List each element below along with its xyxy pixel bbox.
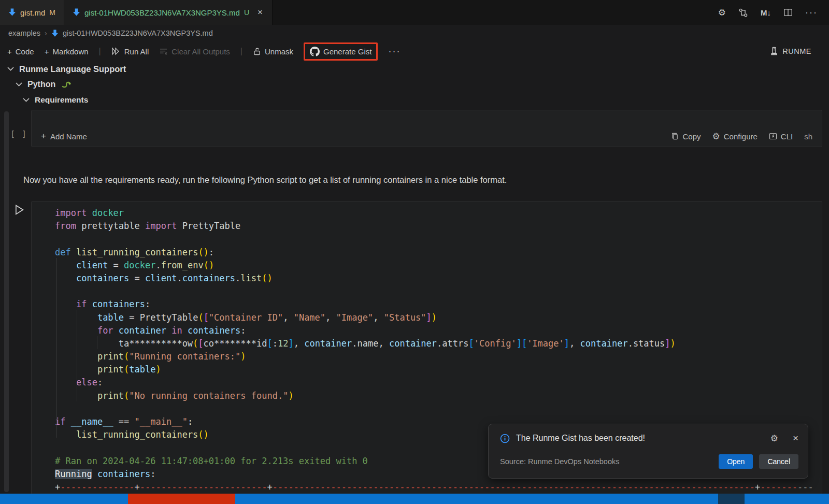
cli-icon [769, 132, 777, 140]
toast-header: The Runme Gist has been created! ⚙ × [500, 433, 798, 444]
runme-panel-label: RUNME [782, 47, 811, 55]
snake-emoji-icon [62, 81, 71, 88]
indent-guide [97, 336, 97, 349]
code-line: print(table) [55, 363, 822, 376]
unlock-icon [253, 47, 261, 56]
generate-gist-button[interactable]: Generate Gist [304, 42, 378, 61]
open-button[interactable]: Open [719, 454, 753, 469]
statusbar-segment[interactable] [718, 494, 745, 504]
statusbar-segment[interactable] [235, 494, 718, 504]
notification-toast: The Runme Gist has been created! ⚙ × Sou… [488, 424, 808, 479]
cell-actions: Copy ⚙ Configure CLI sh [671, 132, 812, 141]
markdown-paragraph: Now you have all the requirements ready,… [23, 174, 801, 186]
generate-gist-label: Generate Gist [323, 47, 371, 56]
runme-file-icon [73, 8, 80, 17]
plus-icon: + [41, 131, 46, 141]
split-editor-icon[interactable] [783, 8, 793, 17]
copy-icon [671, 132, 679, 140]
code-line: print("No running containers found.") [55, 390, 822, 402]
indent-guide [77, 310, 77, 401]
unmask-button[interactable]: Unmask [253, 47, 293, 56]
code-line: if containers: [55, 298, 822, 311]
tab-filename: gist.md [20, 8, 45, 17]
code-line: table = PrettyTable(["Container ID", "Na… [55, 311, 822, 324]
clear-all-outputs-button: Clear All Outputs [159, 47, 230, 56]
section-python: Python [16, 77, 71, 92]
code-line: from prettytable import PrettyTable [55, 220, 822, 233]
toast-source: Source: Runme DevOps Notebooks [500, 457, 712, 466]
toolbar-more-icon[interactable]: ··· [388, 46, 401, 57]
copy-button[interactable]: Copy [671, 132, 701, 141]
requirements-cell-bottom: + Add Name Copy ⚙ Configure [31, 110, 822, 147]
tab-filename: gist-01HWD053BZ23JN6VA7X3NGP3YS.md [84, 8, 240, 17]
cli-button[interactable]: CLI [769, 132, 793, 141]
toast-footer: Source: Runme DevOps Notebooks Open Canc… [500, 454, 798, 469]
code-line: containers = client.containers.list() [55, 272, 822, 285]
tab-untracked-badge: U [244, 8, 249, 17]
tab-modified-badge: M [49, 8, 55, 17]
cell-focus-bar [4, 111, 9, 492]
add-markdown-cell-button[interactable]: + Markdown [45, 47, 89, 56]
info-icon [500, 434, 510, 443]
add-code-label: Code [16, 47, 34, 56]
add-name-button[interactable]: + Add Name [41, 131, 87, 141]
heading-label: Python [27, 80, 55, 89]
configure-label: Configure [724, 132, 757, 141]
code-line: else: [55, 376, 822, 389]
cancel-button[interactable]: Cancel [759, 454, 798, 469]
configure-button[interactable]: ⚙ Configure [712, 132, 757, 141]
breadcrumb: examples › gist-01HWD053BZ23JN6VA7X3NGP3… [0, 25, 829, 41]
add-name-label: Add Name [50, 132, 87, 141]
chevron-down-icon[interactable] [23, 98, 30, 102]
editor-tab-bar: gist.md M gist-01HWD053BZ23JN6VA7X3NGP3Y… [0, 0, 829, 25]
breadcrumb-separator: › [45, 29, 47, 37]
clear-outputs-icon [159, 48, 168, 55]
section-runme-language-support: Runme Language Support [7, 61, 126, 77]
runme-panel-button[interactable]: RUNME [770, 47, 829, 56]
tab-gist-md[interactable]: gist.md M [0, 0, 64, 25]
copy-label: Copy [682, 132, 701, 141]
breadcrumb-folder[interactable]: examples [8, 29, 40, 37]
gear-icon: ⚙ [712, 132, 720, 141]
code-line [55, 285, 822, 298]
code-line: def list_running_containers(): [55, 246, 822, 259]
toolbar-divider: | [99, 47, 101, 56]
compare-changes-icon[interactable] [738, 8, 748, 18]
breadcrumb-file[interactable]: gist-01HWD053BZ23JN6VA7X3NGP3YS.md [63, 29, 213, 37]
run-all-button[interactable]: Run All [111, 47, 149, 56]
gear-icon[interactable]: ⚙ [770, 433, 778, 444]
toast-title: The Runme Gist has been created! [516, 434, 764, 443]
code-line: print("Running containers:") [55, 350, 822, 363]
runme-file-icon [8, 8, 16, 17]
notebook-toolbar: + Code + Markdown | Run All Clear All O [0, 41, 829, 61]
runme-file-icon [51, 30, 59, 37]
close-tab-icon[interactable]: × [256, 7, 264, 18]
code-line: +--------------+------------------------… [55, 481, 822, 494]
vscode-window: gist.md M gist-01HWD053BZ23JN6VA7X3NGP3Y… [0, 0, 829, 504]
indent-guide [56, 258, 57, 438]
editor-actions: ⚙ M↓ ··· [718, 0, 829, 25]
gear-icon[interactable]: ⚙ [718, 8, 726, 17]
open-as-markdown-icon[interactable]: M↓ [761, 8, 771, 17]
chevron-down-icon[interactable] [16, 82, 22, 87]
run-cell-button[interactable] [12, 203, 26, 217]
plus-icon: + [45, 47, 49, 56]
unmask-label: Unmask [265, 47, 293, 56]
plus-icon: + [7, 47, 12, 56]
cell-status-bar: + Add Name Copy ⚙ Configure [32, 126, 822, 147]
close-icon[interactable]: × [793, 433, 798, 444]
statusbar-segment[interactable] [745, 494, 829, 504]
more-actions-icon[interactable]: ··· [805, 7, 818, 18]
statusbar-segment[interactable] [128, 494, 235, 504]
code-line: for container in containers: [55, 324, 822, 337]
toolbar-divider: | [240, 47, 242, 56]
run-all-label: Run All [124, 47, 149, 56]
heading-label: Requirements [35, 95, 88, 105]
add-code-cell-button[interactable]: + Code [7, 47, 34, 56]
chevron-down-icon[interactable] [7, 67, 14, 71]
statusbar-segment[interactable] [0, 494, 128, 504]
heading-label: Runme Language Support [19, 64, 126, 74]
code-line: client = docker.from_env() [55, 259, 822, 272]
code-line [55, 402, 822, 415]
tab-gist-notebook[interactable]: gist-01HWD053BZ23JN6VA7X3NGP3YS.md U × [64, 0, 273, 25]
